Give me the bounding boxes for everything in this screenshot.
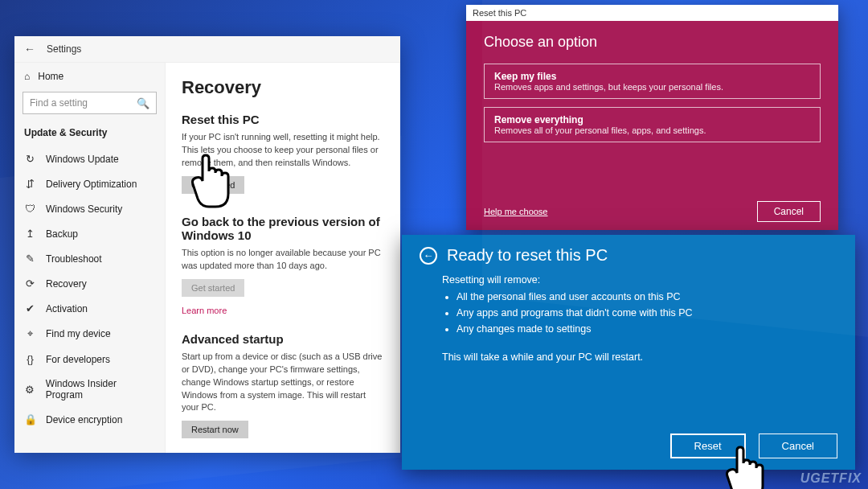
sidebar-home-label: Home <box>38 71 63 82</box>
sidebar-item-troubleshoot[interactable]: ✎Troubleshoot <box>14 246 165 271</box>
settings-window: ← Settings ⌂ Home Find a setting 🔍 Updat… <box>14 36 400 453</box>
sidebar-item-for-developers[interactable]: {}For developers <box>14 347 165 372</box>
search-input[interactable]: Find a setting 🔍 <box>23 92 157 114</box>
nav-label: Windows Security <box>46 203 122 215</box>
reset-pc-desc: If your PC isn't running well, resetting… <box>182 131 384 170</box>
watermark: UGETFIX <box>800 471 862 486</box>
option-title: Remove everything <box>494 114 810 125</box>
reset-button[interactable]: Reset <box>670 434 746 458</box>
nav-icon: ✔ <box>24 302 36 314</box>
reset-dialog-titlebar: Reset this PC <box>466 5 838 21</box>
learn-more-link[interactable]: Learn more <box>182 306 227 315</box>
nav-icon: ↥ <box>24 228 36 240</box>
settings-sidebar: ⌂ Home Find a setting 🔍 Update & Securit… <box>14 63 166 453</box>
ready-reset-dialog: ← Ready to reset this PC Resetting will … <box>402 235 855 470</box>
nav-label: Backup <box>46 228 78 240</box>
back-icon[interactable]: ← <box>24 43 35 55</box>
sidebar-item-windows-security[interactable]: 🛡Windows Security <box>14 196 165 221</box>
nav-icon: 🔒 <box>24 413 36 425</box>
nav-label: Windows Update <box>46 154 119 165</box>
search-icon: 🔍 <box>137 97 149 109</box>
sidebar-item-delivery-optimization[interactable]: ⇵Delivery Optimization <box>14 171 165 196</box>
sidebar-item-recovery[interactable]: ⟳Recovery <box>14 271 165 296</box>
nav-label: Device encryption <box>46 414 122 425</box>
nav-label: Find my device <box>46 328 111 339</box>
nav-label: Activation <box>46 303 88 314</box>
nav-label: For developers <box>46 354 110 365</box>
option-desc: Removes all of your personal files, apps… <box>494 125 810 135</box>
nav-icon: ↻ <box>24 153 36 165</box>
sidebar-item-backup[interactable]: ↥Backup <box>14 221 165 246</box>
choose-option-heading: Choose an option <box>484 34 821 51</box>
nav-icon: ⌖ <box>24 327 36 340</box>
nav-icon: ✎ <box>24 253 36 265</box>
get-started-button[interactable]: Get started <box>182 176 244 194</box>
ready-bullet: Any changes made to settings <box>457 321 837 337</box>
settings-title: Settings <box>47 43 81 55</box>
sidebar-section-label: Update & Security <box>14 122 165 146</box>
advanced-startup-desc: Start up from a device or disc (such as … <box>182 351 384 415</box>
option-title: Keep my files <box>494 71 810 82</box>
goback-desc: This option is no longer available becau… <box>182 247 384 273</box>
settings-header: ← Settings <box>14 36 400 63</box>
home-icon: ⌂ <box>24 71 30 82</box>
sidebar-item-device-encryption[interactable]: 🔒Device encryption <box>14 407 165 432</box>
nav-icon: ⇵ <box>24 178 36 190</box>
sidebar-item-windows-insider-program[interactable]: ⚙Windows Insider Program <box>14 372 165 407</box>
advanced-startup-heading: Advanced startup <box>182 332 384 346</box>
reset-option-remove-everything[interactable]: Remove everythingRemoves all of your per… <box>484 107 821 142</box>
goback-button: Get started <box>182 279 244 297</box>
ready-note: This will take a while and your PC will … <box>442 351 837 363</box>
option-desc: Removes apps and settings, but keeps you… <box>494 82 810 92</box>
nav-label: Delivery Optimization <box>46 179 137 190</box>
nav-icon: {} <box>24 353 36 365</box>
goback-heading: Go back to the previous version of Windo… <box>182 215 384 242</box>
ready-intro: Resetting will remove: <box>442 274 837 286</box>
help-me-choose-link[interactable]: Help me choose <box>484 207 548 216</box>
ready-cancel-button[interactable]: Cancel <box>759 434 837 458</box>
sidebar-home[interactable]: ⌂ Home <box>14 63 165 87</box>
nav-icon: 🛡 <box>24 203 36 215</box>
sidebar-item-activation[interactable]: ✔Activation <box>14 296 165 321</box>
nav-icon: ⚙ <box>24 384 36 396</box>
reset-pc-heading: Reset this PC <box>182 113 384 126</box>
reset-pc-dialog: Reset this PC Choose an option Keep my f… <box>466 5 838 230</box>
ready-heading: Ready to reset this PC <box>447 246 608 265</box>
ready-bullet: Any apps and programs that didn't come w… <box>457 305 837 321</box>
sidebar-item-find-my-device[interactable]: ⌖Find my device <box>14 321 165 347</box>
ready-bullet: All the personal files and user accounts… <box>457 289 837 305</box>
settings-content: Recovery Reset this PC If your PC isn't … <box>166 63 400 453</box>
ready-back-button[interactable]: ← <box>420 247 437 265</box>
nav-icon: ⟳ <box>24 277 36 290</box>
reset-cancel-button[interactable]: Cancel <box>757 201 821 222</box>
search-placeholder: Find a setting <box>30 97 88 109</box>
nav-label: Troubleshoot <box>46 253 102 265</box>
page-title: Recovery <box>182 77 384 98</box>
sidebar-item-windows-update[interactable]: ↻Windows Update <box>14 146 165 171</box>
nav-label: Windows Insider Program <box>46 378 155 401</box>
reset-option-keep-my-files[interactable]: Keep my filesRemoves apps and settings, … <box>484 64 821 99</box>
nav-label: Recovery <box>46 278 87 290</box>
restart-now-button[interactable]: Restart now <box>182 421 248 438</box>
